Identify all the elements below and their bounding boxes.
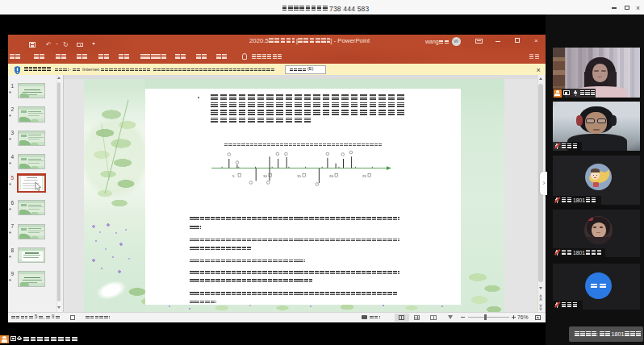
svg-text:20: 20 (329, 174, 333, 178)
svg-text:5: 5 (232, 174, 235, 178)
svg-text:15: 15 (297, 174, 301, 178)
svg-text:25: 25 (362, 174, 366, 178)
svg-text:10: 10 (263, 174, 267, 178)
